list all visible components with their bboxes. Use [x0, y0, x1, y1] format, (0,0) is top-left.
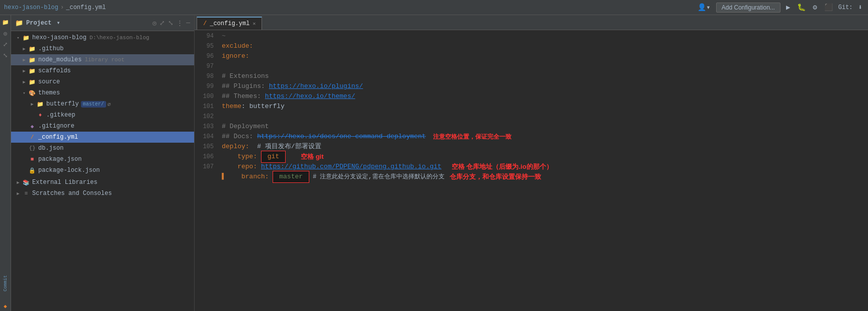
tab-label: _config.yml [210, 20, 249, 27]
code-line-106: repo: https://github.com/PDPENG/pdpeng.g… [222, 162, 868, 172]
tab-icon: / [203, 20, 207, 27]
deploy-comment: # 项目发布/部署设置 [249, 142, 321, 152]
branch-key: branch: [226, 172, 273, 182]
add-configuration-button[interactable]: Add Configuration... [716, 3, 780, 13]
github-chevron: ▶ [21, 46, 27, 52]
line-num-95: 95 [195, 41, 214, 51]
code-content[interactable]: ~ exclude: ignore: # Extensions ## Plugi… [218, 30, 868, 311]
expand-icon[interactable]: ⤢ [1, 39, 11, 49]
butterfly-badge: master/ [81, 101, 106, 108]
scratches-label: Scratches and Consoles [32, 190, 112, 197]
tab-close-button[interactable]: ✕ [252, 21, 255, 27]
plugins-url[interactable]: https://hexo.io/plugins/ [269, 81, 363, 91]
branch-val-boxed: master [273, 171, 309, 183]
run-icon[interactable]: ▶ [785, 3, 792, 12]
tree-item-package-json[interactable]: ▶ ■ package.json [11, 154, 194, 165]
code-line-100: theme: butterfly [222, 101, 868, 112]
tree-item-package-lock-json[interactable]: ▶ 🔒 package-lock.json [11, 165, 194, 176]
code-editor[interactable]: 94 95 96 97 98 99 100 101 102 103 104 10… [195, 30, 868, 311]
code-line-94b: exclude: [222, 41, 868, 51]
butterfly-label: butterfly [46, 100, 79, 108]
repo-key: repo: [222, 162, 261, 172]
external-libs-chevron: ▶ [15, 179, 21, 185]
extensions-comment: # Extensions [222, 71, 269, 81]
debug-icon[interactable]: 🐛 [796, 3, 807, 12]
editor-area: / _config.yml ✕ 94 95 96 97 98 99 100 10… [195, 15, 868, 311]
tree-item-gitkeep[interactable]: ▶ ♦ .gitkeep [11, 110, 194, 121]
source-folder-icon: 📁 [28, 78, 36, 86]
themes-chevron: ▾ [21, 90, 27, 96]
tree-root[interactable]: ▾ 📁 hexo-jason-blog D:\hexo-jason-blog [11, 32, 194, 43]
tree-item-scratches[interactable]: ▶ ≡ Scratches and Consoles [11, 188, 194, 199]
commit-label[interactable]: Commit [1, 271, 11, 296]
line-numbers: 94 95 96 97 98 99 100 101 102 103 104 10… [195, 30, 218, 311]
breadcrumb-project[interactable]: hexo-jason-blog [4, 4, 58, 11]
scaffolds-chevron: ▶ [21, 68, 27, 74]
editor-tabs: / _config.yml ✕ [195, 15, 868, 30]
root-folder-icon: 📁 [22, 34, 30, 42]
code-line-107: ▌ branch: master # 注意此处分支设定,需在仓库中选择默认的分支… [222, 172, 868, 182]
repo-url[interactable]: https://github.com/PDPENG/pdpeng.github.… [261, 162, 442, 172]
code-line-103: ## Docs: https://hexo.io/docs/one-comman… [222, 132, 868, 142]
external-libs-icon: 📚 [22, 178, 30, 186]
theme-val: butterfly [249, 101, 285, 112]
stop-icon[interactable]: ⬛ [823, 3, 834, 12]
tree-item-external-libs[interactable]: ▶ 📚 External Libraries [11, 177, 194, 188]
tree-item-node-modules[interactable]: ▶ 📁 node_modules library root [11, 54, 194, 65]
code-line-98: ## Plugins: https://hexo.io/plugins/ [222, 81, 868, 91]
git-download-icon[interactable]: ⬇ [857, 3, 864, 12]
package-icon: ■ [28, 155, 36, 163]
panel-dropdown[interactable]: ▾ [56, 19, 60, 27]
gitkeep-label: .gitkeep [46, 112, 75, 119]
github-label: .github [38, 45, 63, 52]
shrink-icon[interactable]: ⤡ [1, 50, 11, 60]
tree-item-db-json[interactable]: ▶ {} db.json [11, 143, 194, 154]
folder-icon: 📁 [15, 19, 23, 27]
package-label: package.json [38, 156, 81, 163]
github-folder-icon: 📁 [28, 45, 36, 53]
code-line-95: ignore: [222, 51, 868, 61]
line-num-106: 106 [195, 152, 214, 162]
root-path: D:\hexo-jason-blog [90, 35, 149, 41]
tree-item-github[interactable]: ▶ 📁 .github [11, 43, 194, 54]
tree-item-themes[interactable]: ▾ 🎨 themes [11, 87, 194, 98]
tree-item-config-yml[interactable]: ▶ / _config.yml [11, 132, 194, 143]
code-line-104: deploy: # 项目发布/部署设置 [222, 142, 868, 152]
collapse-all-icon[interactable]: ⤡ [168, 19, 173, 27]
close-panel-icon[interactable]: — [186, 19, 190, 27]
bookmark-icon[interactable]: ◆ [1, 301, 11, 311]
db-label: db.json [38, 145, 63, 152]
butterfly-empty-badge: ∅ [108, 101, 111, 108]
breadcrumb-file[interactable]: _config.yml [66, 4, 106, 11]
source-chevron: ▶ [21, 79, 27, 85]
tree-item-butterfly[interactable]: ▶ 📁 butterfly master/ ∅ [11, 98, 194, 110]
locate-icon[interactable]: ◎ [152, 19, 156, 27]
tab-config-yml[interactable]: / _config.yml ✕ [197, 17, 262, 30]
line-num-105: 105 [195, 142, 214, 152]
type-indent: type: [222, 152, 261, 162]
target-icon[interactable]: ◎ [1, 28, 11, 38]
tree-item-scaffolds[interactable]: ▶ 📁 scaffolds [11, 65, 194, 76]
tree-item-source[interactable]: ▶ 📁 source [11, 76, 194, 87]
coverage-icon[interactable]: ⚙ [811, 3, 818, 12]
more-options-icon[interactable]: ⋮ [177, 19, 183, 27]
gitkeep-icon: ♦ [36, 111, 44, 119]
panel-header: 📁 Project ▾ ◎ ⤢ ⤡ ⋮ — [11, 15, 194, 31]
line-num-97: 97 [195, 61, 214, 71]
annotation-line107: 仓库分支，和仓库设置保持一致 [450, 172, 541, 182]
docs-url[interactable]: https://hexo.io/docs/one-command-deploym… [257, 132, 425, 142]
tree-item-gitignore[interactable]: ▶ ◆ .gitignore [11, 121, 194, 132]
root-chevron: ▾ [15, 35, 21, 41]
expand-all-icon[interactable]: ⤢ [159, 19, 165, 27]
main-layout: 📁 ◎ ⤢ ⤡ Commit ◆ 📁 Project ▾ ◎ ⤢ ⤡ ⋮ — ▾ [0, 15, 868, 311]
project-icon[interactable]: 📁 [1, 17, 11, 27]
sidebar-icon-strip: 📁 ◎ ⤢ ⤡ Commit ◆ [0, 15, 11, 311]
code-line-101 [222, 112, 868, 122]
deployment-comment: # Deployment [222, 122, 269, 132]
panel-title: Project [26, 20, 51, 27]
themes-url[interactable]: https://hexo.io/themes/ [265, 91, 355, 101]
ignore-key: ignore: [222, 51, 249, 61]
gitignore-icon: ◆ [28, 122, 36, 130]
butterfly-chevron: ▶ [29, 101, 35, 107]
user-icon[interactable]: 👤▾ [696, 3, 712, 12]
